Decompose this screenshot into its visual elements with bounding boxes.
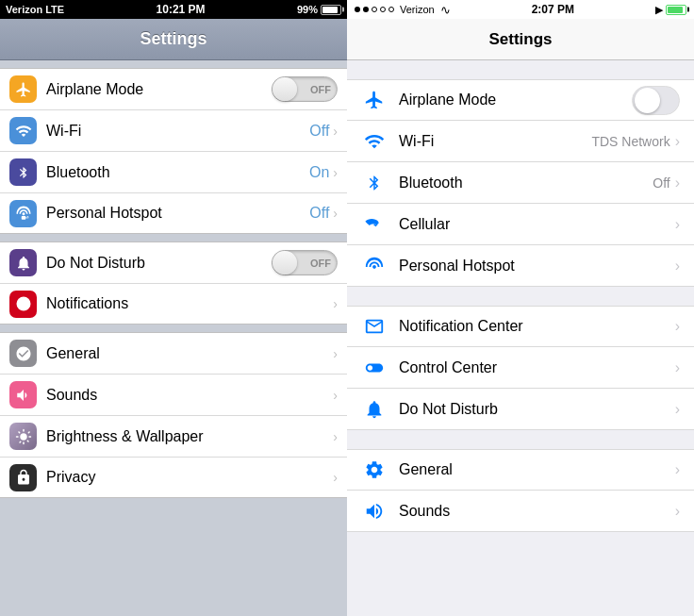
right-bluetooth-label: Bluetooth (399, 175, 653, 191)
left-hotspot-value: Off (309, 205, 329, 222)
right-carrier-name: Verizon (400, 4, 435, 15)
left-brightness-label: Brightness & Wallpaper (46, 428, 333, 445)
right-cell-control-center[interactable]: Control Center › (347, 347, 694, 389)
left-wifi-chevron: › (333, 124, 338, 139)
svg-point-0 (16, 297, 30, 311)
right-cell-general[interactable]: General › (347, 449, 694, 491)
right-control-center-label: Control Center (399, 359, 675, 376)
bluetooth-icon (9, 158, 37, 186)
left-carrier: Verizon LTE (6, 4, 64, 15)
left-section-1: Airplane Mode OFF Wi-Fi Off › (0, 68, 347, 234)
left-cell-privacy[interactable]: Privacy › (0, 457, 347, 498)
right-general-icon (361, 457, 388, 483)
signal-dots (355, 7, 394, 12)
right-notification-center-label: Notification Center (399, 318, 675, 335)
left-cell-airplane-mode[interactable]: Airplane Mode OFF (0, 68, 347, 109)
right-dnd-icon (361, 396, 388, 423)
dnd-icon (9, 249, 37, 276)
left-cell-hotspot[interactable]: Personal Hotspot Off › (0, 192, 347, 234)
airplane-icon (9, 75, 37, 103)
left-sounds-chevron: › (333, 388, 338, 403)
left-wifi-label: Wi-Fi (46, 123, 309, 140)
right-cell-airplane-mode[interactable]: Airplane Mode (347, 79, 694, 121)
right-general-label: General (399, 461, 675, 478)
privacy-icon (9, 464, 37, 491)
right-wifi-icon (361, 128, 388, 155)
right-panel: Verizon ∿ 2:07 PM ▶ Settings Airplane Mo… (347, 0, 694, 616)
right-cell-sounds[interactable]: Sounds › (347, 491, 694, 532)
notifications-icon (9, 291, 37, 318)
right-bluetooth-icon (361, 170, 388, 196)
wifi-icon-status: ∿ (440, 3, 451, 17)
right-cellular-label: Cellular (399, 216, 675, 233)
right-header: Settings (347, 19, 694, 60)
right-general-chevron: › (675, 461, 680, 478)
dot5 (388, 7, 394, 12)
left-bluetooth-chevron: › (333, 165, 338, 180)
right-cell-hotspot[interactable]: Personal Hotspot › (347, 245, 694, 287)
right-hotspot-chevron: › (675, 258, 680, 275)
wifi-icon (9, 117, 37, 144)
right-dnd-chevron: › (675, 401, 680, 418)
right-content: Airplane Mode Wi-Fi TDS Network › Bluet (347, 60, 694, 616)
right-carrier: Verizon ∿ (355, 3, 451, 17)
hotspot-icon (9, 200, 37, 227)
left-dnd-toggle[interactable]: OFF (272, 250, 338, 275)
right-cell-dnd[interactable]: Do Not Disturb › (347, 389, 694, 430)
left-airplane-toggle[interactable]: OFF (272, 76, 338, 102)
left-cell-sounds[interactable]: Sounds › (0, 374, 347, 415)
right-section-2: Notification Center › Control Center › D… (347, 306, 694, 430)
right-status-bar: Verizon ∿ 2:07 PM ▶ (347, 0, 694, 19)
right-airplane-toggle-knob (635, 88, 660, 113)
right-cell-notification-center[interactable]: Notification Center › (347, 306, 694, 347)
right-battery-fill (668, 7, 683, 13)
right-bluetooth-value: Off (653, 175, 669, 191)
right-airplane-toggle[interactable] (632, 86, 680, 115)
right-sounds-icon (361, 498, 388, 524)
right-hotspot-label: Personal Hotspot (399, 258, 675, 275)
right-cell-wifi[interactable]: Wi-Fi TDS Network › (347, 121, 694, 162)
left-cell-bluetooth[interactable]: Bluetooth On › (0, 151, 347, 192)
right-bluetooth-chevron: › (675, 175, 680, 191)
left-time: 10:21 PM (157, 3, 206, 16)
right-airplane-label: Airplane Mode (399, 92, 632, 108)
right-battery-icon (666, 5, 686, 15)
sounds-icon (9, 381, 37, 408)
left-general-chevron: › (333, 346, 338, 361)
left-cell-wifi[interactable]: Wi-Fi Off › (0, 109, 347, 151)
right-gap-3 (347, 430, 694, 449)
left-bluetooth-value: On (309, 164, 329, 181)
left-battery-fill (322, 7, 338, 13)
dot4 (380, 7, 386, 12)
right-cell-cellular[interactable]: Cellular › (347, 204, 694, 245)
left-airplane-toggle-knob (273, 77, 297, 101)
left-header: Settings (0, 19, 347, 60)
left-battery-icon (321, 5, 341, 15)
left-privacy-chevron: › (333, 470, 338, 485)
left-airplane-toggle-value: OFF (310, 84, 331, 95)
right-hotspot-icon (361, 253, 388, 279)
left-cell-dnd[interactable]: Do Not Disturb OFF (0, 241, 347, 283)
left-cell-notifications[interactable]: Notifications › (0, 283, 347, 325)
right-section-1: Airplane Mode Wi-Fi TDS Network › Bluet (347, 79, 694, 287)
right-wifi-value: TDS Network (591, 134, 669, 149)
left-content: Airplane Mode OFF Wi-Fi Off › (0, 60, 347, 616)
left-general-label: General (46, 345, 333, 362)
left-notifications-label: Notifications (46, 295, 333, 312)
right-airplane-icon (361, 87, 388, 113)
left-header-title: Settings (140, 29, 207, 49)
left-brightness-chevron: › (333, 429, 338, 444)
right-battery-area: ▶ (655, 4, 686, 16)
right-sounds-label: Sounds (399, 503, 675, 520)
left-dnd-label: Do Not Disturb (46, 255, 272, 272)
left-cell-brightness[interactable]: Brightness & Wallpaper › (0, 415, 347, 457)
left-cell-general[interactable]: General › (0, 332, 347, 374)
left-bluetooth-label: Bluetooth (46, 164, 309, 181)
left-panel: Verizon LTE 10:21 PM 99% Settings Airpla… (0, 0, 347, 616)
dot2 (363, 7, 369, 12)
right-cell-bluetooth[interactable]: Bluetooth Off › (347, 162, 694, 204)
right-control-center-icon (361, 355, 388, 381)
right-gap-1 (347, 60, 694, 79)
right-wifi-label: Wi-Fi (399, 133, 591, 150)
dot3 (372, 7, 377, 12)
